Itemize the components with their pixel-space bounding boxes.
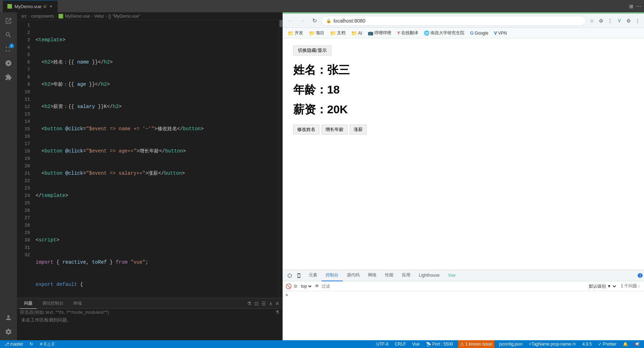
panel-tab-bar: 问题 调试控制台 终端 ⚗ ⊡ ☰ ∧ ✕ xyxy=(17,298,282,309)
filter-action-icon[interactable]: ⚗ xyxy=(275,310,279,315)
version-item[interactable]: 4.9.5 xyxy=(581,342,593,347)
tag-name-item[interactable]: <TagName prop-name /> xyxy=(528,342,577,347)
devtools-tab-elements[interactable]: 元素 xyxy=(305,270,321,281)
bookmark-bilibili[interactable]: 📺 哔哩哔哩 xyxy=(366,29,393,37)
account-icon[interactable] xyxy=(3,312,14,323)
browser-menu-icon[interactable]: ⋮ xyxy=(607,17,614,24)
tab-problems[interactable]: 问题 xyxy=(20,298,37,309)
prettier-item[interactable]: ✓ Prettier xyxy=(597,342,618,347)
devtools-filter-input[interactable] xyxy=(321,284,585,289)
source-control-icon[interactable] xyxy=(3,43,14,55)
devtools-filter-icon[interactable]: ⊘ xyxy=(294,283,297,289)
editor-tab-bar: 🟩 MyDemo.vue U ✕ ⊞ ⋯ xyxy=(0,0,644,12)
devtools-tab-performance[interactable]: 性能 xyxy=(381,270,398,281)
devtools-console-clear-icon[interactable]: 🚫 xyxy=(285,283,291,289)
bookmark-kaifa[interactable]: 📁 开发 xyxy=(285,29,305,37)
errors-item[interactable]: ✕ 0 △ 0 xyxy=(38,342,55,347)
warning-triangle-icon: ⚠ xyxy=(460,342,464,347)
more-actions-icon[interactable]: ⋯ xyxy=(636,4,641,9)
tab-close-btn[interactable]: ✕ xyxy=(49,4,53,10)
git-branch-item[interactable]: ⎇ master xyxy=(3,342,25,347)
devtools-tab-lighthouse[interactable]: Lighthouse xyxy=(415,270,444,281)
browser-content: 切换隐藏/显示 姓名：张三 年龄：18 薪资：20K 修改姓名 增长年龄 涨薪 xyxy=(283,38,644,340)
jsconfig-item[interactable]: jsconfig.json xyxy=(498,342,524,347)
breadcrumb-mydemovue[interactable]: MyDemo.vue xyxy=(65,14,90,19)
devtools-eye-icon[interactable]: 👁 xyxy=(315,283,319,289)
line-ending-item[interactable]: CRLF xyxy=(393,342,407,347)
tab-debug-console[interactable]: 调试控制台 xyxy=(38,298,68,309)
breadcrumb-src[interactable]: src xyxy=(21,14,27,19)
change-name-button[interactable]: 修改姓名 xyxy=(293,125,319,134)
bookmark-label-6: 在线翻译 xyxy=(401,30,418,36)
breadcrumb-obj[interactable]: {} "MyDemo.vue" xyxy=(108,14,140,19)
devtools-context-selector[interactable]: top xyxy=(300,283,313,289)
devtools-device-icon[interactable] xyxy=(295,271,303,280)
explorer-icon[interactable] xyxy=(3,15,14,26)
browser-settings-icon[interactable]: ⚙ xyxy=(625,17,632,24)
breadcrumb-components[interactable]: components xyxy=(31,14,54,19)
code-editor[interactable]: 12345678 910111213141516 171819202122232… xyxy=(17,20,282,298)
increase-age-button[interactable]: 增长年龄 xyxy=(321,125,348,134)
bookmark-ncu[interactable]: 🌐 南昌大学研究生院 xyxy=(422,29,467,37)
bookmark-ai[interactable]: 📁 AI xyxy=(349,30,364,37)
bookmark-doc[interactable]: 📁 文档 xyxy=(328,29,348,37)
devtools-issues-text: 1 个问题： xyxy=(621,283,641,289)
folder-icon-3: 📁 xyxy=(330,30,336,36)
active-tab[interactable]: 🟩 MyDemo.vue U ✕ xyxy=(3,0,58,12)
devtools-inspect-icon[interactable] xyxy=(285,271,294,280)
run-debug-icon[interactable] xyxy=(3,58,14,69)
bookmark-translate[interactable]: Y 在线翻译 xyxy=(395,29,420,37)
status-bar-right: UTF-8 CRLF Vue 📡 Port : 5500 ⚠ 1 known i… xyxy=(375,340,641,348)
notifications-icon-item[interactable]: 🔔 xyxy=(621,342,630,347)
git-branch-icon: ⎇ xyxy=(4,342,9,347)
devtools-tab-console[interactable]: 控制台 xyxy=(321,270,343,281)
breadcrumb-vetur[interactable]: Vetur xyxy=(94,14,104,19)
extensions-menu-icon[interactable]: ⚙ xyxy=(597,17,604,24)
google-icon: G xyxy=(470,30,474,36)
folder-icon-4: 📁 xyxy=(351,30,357,36)
address-bar[interactable]: 🔒 localhost:8080 xyxy=(321,16,586,26)
filter-icon[interactable]: ⚗ xyxy=(247,301,252,306)
settings-icon[interactable] xyxy=(3,326,14,337)
expand-icon[interactable]: ∧ xyxy=(269,301,272,306)
port-item[interactable]: 📡 Port : 5500 xyxy=(425,342,455,347)
bookmark-star-icon[interactable]: ☆ xyxy=(588,17,595,24)
devtools-tab-application[interactable]: 应用 xyxy=(398,270,415,281)
encoding-item[interactable]: UTF-8 xyxy=(375,342,390,347)
problems-filter-input[interactable] xyxy=(20,310,272,315)
devtools-tab-sources[interactable]: 源代码 xyxy=(343,270,364,281)
language-item[interactable]: Vue xyxy=(411,342,421,347)
vue-extension-icon[interactable]: V xyxy=(616,17,623,24)
browser-more-icon[interactable]: ⋮ xyxy=(634,17,641,24)
editor-scrollbar[interactable] xyxy=(279,20,282,298)
search-icon[interactable] xyxy=(3,29,14,41)
close-panel-icon[interactable]: ✕ xyxy=(275,301,279,306)
lock-icon: 🔒 xyxy=(326,18,331,23)
devtools-console-content: > xyxy=(283,291,644,340)
back-button[interactable]: ← xyxy=(285,16,295,26)
devtools-level-selector[interactable]: 默认级别 ▼ xyxy=(588,283,617,289)
raise-salary-button[interactable]: 涨薪 xyxy=(350,125,367,134)
devtools-tab-vue[interactable]: Vue xyxy=(444,270,460,281)
tab-terminal[interactable]: 终端 xyxy=(69,298,86,309)
toggle-button[interactable]: 切换隐藏/显示 xyxy=(293,46,331,55)
devtools-issues-badge: 1 xyxy=(637,273,643,278)
reload-button[interactable]: ↻ xyxy=(309,16,319,26)
status-bar: ⎇ master ↻ ✕ 0 △ 0 UTF-8 CRLF Vue xyxy=(0,340,644,348)
devtools-tab-network[interactable]: 网络 xyxy=(364,270,381,281)
extensions-icon[interactable] xyxy=(3,72,14,83)
sync-item[interactable]: ↻ xyxy=(28,342,35,347)
collapse-icon[interactable]: ☰ xyxy=(261,301,266,306)
forward-button[interactable]: → xyxy=(297,16,307,26)
console-arrow[interactable]: > xyxy=(285,293,288,298)
code-content[interactable]: <template> <h2>姓名：{{ name }}</h2> <h2>年龄… xyxy=(33,20,279,298)
bell-icon: 🔔 xyxy=(623,342,628,347)
bookmark-google[interactable]: G Google xyxy=(468,30,490,36)
bookmark-vpn[interactable]: V VPN xyxy=(492,30,509,36)
split-editor-icon[interactable]: ⊞ xyxy=(629,4,633,9)
broadcast-icon-item[interactable]: 📢 xyxy=(633,342,641,347)
bookmark-project[interactable]: 📁 项目 xyxy=(307,29,326,37)
known-issue-item[interactable]: ⚠ 1 known issue xyxy=(458,340,494,348)
wrap-icon[interactable]: ⊡ xyxy=(254,301,259,306)
error-icon: ✕ xyxy=(40,342,43,347)
